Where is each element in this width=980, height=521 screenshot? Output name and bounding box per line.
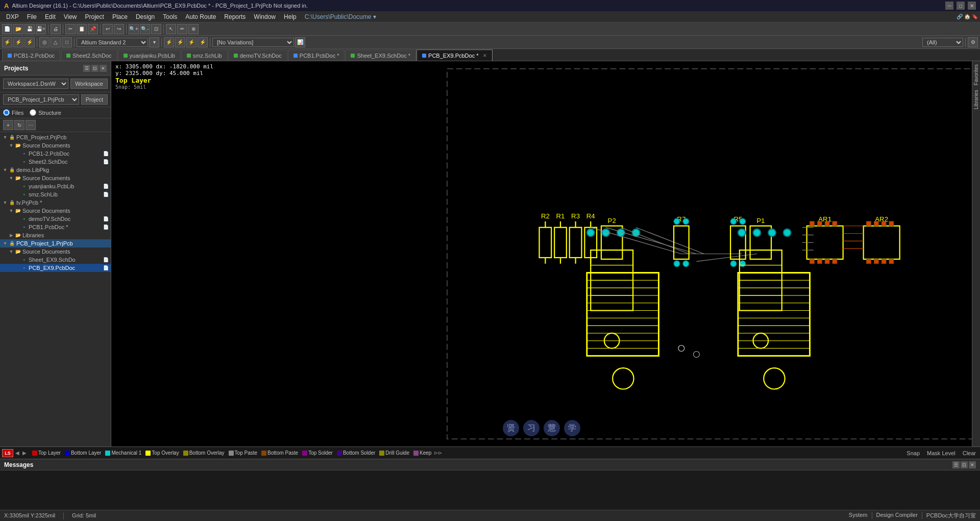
maximize-button[interactable]: □ <box>957 2 965 10</box>
layer-bottom[interactable]: Bottom Layer <box>63 450 103 456</box>
tb-undo[interactable]: ↩ <box>103 24 113 34</box>
files-radio-group[interactable]: Files <box>3 109 23 116</box>
tree-sourcedocs4[interactable]: ▼ 📂 Source Documents <box>0 247 111 256</box>
messages-float-button[interactable]: ⊡ <box>961 461 968 468</box>
right-tab-favorites[interactable]: Favorites <box>973 62 979 87</box>
layer-scroll-left[interactable]: ◀ <box>14 450 20 456</box>
menu-autoroute[interactable]: Auto Route <box>181 12 220 21</box>
tb-redo[interactable]: ↪ <box>114 24 124 34</box>
tb-component[interactable]: ⊕ <box>188 24 199 34</box>
menu-dxp[interactable]: DXP <box>2 12 23 21</box>
tb2-btn10[interactable]: ⚡ <box>198 37 208 47</box>
tb-paste[interactable]: 📌 <box>88 24 98 34</box>
tab-smz[interactable]: smz.SchLib <box>181 49 228 61</box>
layer-bottom-paste[interactable]: Bottom Paste <box>260 450 300 456</box>
panel-menu-button[interactable]: ☰ <box>83 65 90 72</box>
snap-button[interactable]: Snap <box>904 449 922 457</box>
tb2-btn4[interactable]: ◎ <box>39 37 50 47</box>
menu-project[interactable]: Project <box>81 12 108 21</box>
tb2-btn6[interactable]: □ <box>62 37 72 47</box>
tab-sheet2[interactable]: Sheet2.SchDoc <box>61 49 117 61</box>
menu-file[interactable]: File <box>23 12 41 21</box>
tree-pcb-ex9[interactable]: ▶ ▪ PCB_EX9.PcbDoc 📄 <box>0 264 111 272</box>
tb2-btn7[interactable]: ⚡ <box>164 37 174 47</box>
minimize-button[interactable]: ─ <box>945 2 953 10</box>
tree-sourcedocs1[interactable]: ▼ 📂 Source Documents <box>0 141 111 150</box>
messages-close-button[interactable]: ✕ <box>969 461 976 468</box>
tb2-btn1[interactable]: ⚡ <box>2 37 12 47</box>
menu-place[interactable]: Place <box>108 12 132 21</box>
tb-copy[interactable]: 📋 <box>77 24 87 34</box>
tab-pcb-ex9[interactable]: PCB_EX9.PcbDoc * ✕ <box>416 49 492 61</box>
layer-bottom-solder[interactable]: Bottom Solder <box>335 450 377 456</box>
all-select[interactable]: (All) <box>922 38 963 47</box>
layer-scroll-right[interactable]: ▶ <box>21 450 28 456</box>
panel-refresh-button[interactable]: ↻ <box>14 120 24 130</box>
tb2-btn9[interactable]: ⚡ <box>186 37 197 47</box>
panel-close-button[interactable]: ✕ <box>100 65 107 72</box>
tb-zoom-in[interactable]: 🔍+ <box>129 24 139 34</box>
workspace-dropdown[interactable]: Workspace1.DsnW <box>3 79 68 89</box>
tb-saveall[interactable]: 💾+ <box>36 24 46 34</box>
menu-design[interactable]: Design <box>132 12 159 21</box>
tb2-btn8[interactable]: ⚡ <box>175 37 185 47</box>
tb2-btn5[interactable]: △ <box>51 37 61 47</box>
tab-yuanjianku[interactable]: yuanjianku.PcbLib <box>118 49 181 61</box>
clear-button[interactable]: Clear <box>961 449 978 457</box>
menu-tools[interactable]: Tools <box>159 12 181 21</box>
structure-radio[interactable] <box>30 109 36 116</box>
tb-wire[interactable]: ✏ <box>177 24 187 34</box>
menu-window[interactable]: Window <box>250 12 280 21</box>
layer-bottom-overlay[interactable]: Bottom Overlay <box>182 450 226 456</box>
tree-sheet2[interactable]: ▶ ▪ Sheet2.SchDoc 📄 <box>0 158 111 166</box>
menu-view[interactable]: View <box>60 12 81 21</box>
layer-top-solder[interactable]: Top Solder <box>301 450 334 456</box>
tb-save[interactable]: 💾 <box>24 24 35 34</box>
layer-top-paste[interactable]: Top Paste <box>227 450 259 456</box>
variation-select[interactable]: [No Variations] <box>212 38 294 47</box>
tb-open[interactable]: 📂 <box>13 24 23 34</box>
tb2-last[interactable]: ⚙ <box>968 37 978 47</box>
layer-keep[interactable]: Keep <box>412 450 433 456</box>
layer-drill-guide[interactable]: Drill Guide <box>378 450 411 456</box>
workspace-button[interactable]: Workspace <box>70 79 108 89</box>
tree-yuanjianku[interactable]: ▶ ▪ yuanjianku.PcbLib 📄 <box>0 182 111 190</box>
layer-mech1[interactable]: Mechanical 1 <box>104 450 143 456</box>
tb-print[interactable]: 🖨 <box>51 24 61 34</box>
tab-sheet-ex9[interactable]: Sheet_EX9.SchDoc * <box>345 49 416 61</box>
tree-pcb1[interactable]: ▶ ▪ PCB1.PcbDoc * 📄 <box>0 223 111 231</box>
tree-sheet-ex9[interactable]: ▶ ▪ Sheet_EX9.SchDo 📄 <box>0 256 111 264</box>
tb-select[interactable]: ↖ <box>166 24 176 34</box>
variation-icon[interactable]: 📊 <box>295 37 305 47</box>
tb-zoom-out[interactable]: 🔍- <box>140 24 150 34</box>
tree-smz[interactable]: ▶ ▪ smz.SchLib 📄 <box>0 190 111 199</box>
menu-path[interactable]: C:\Users\Public\Docume ▾ <box>301 12 380 21</box>
panel-add-button[interactable]: + <box>3 120 13 130</box>
layer-top-overlay[interactable]: Top Overlay <box>144 450 180 456</box>
structure-radio-group[interactable]: Structure <box>30 109 61 116</box>
close-button[interactable]: ✕ <box>968 2 976 10</box>
tree-sourcedocs3[interactable]: ▼ 📂 Source Documents <box>0 207 111 215</box>
files-radio[interactable] <box>3 109 10 116</box>
right-tab-libraries[interactable]: Libraries <box>973 88 979 111</box>
tab-pcb1-2[interactable]: PCB1-2.PcbDoc <box>2 49 60 61</box>
tb2-btn2[interactable]: ⚡ <box>13 37 23 47</box>
panel-float-button[interactable]: ⊡ <box>91 65 99 72</box>
menu-help[interactable]: Help <box>280 12 301 21</box>
scheme-dropdown[interactable]: ▾ <box>149 37 159 47</box>
pcb-canvas-area[interactable]: x: 3305.000 dx: -1820.000 mil y: 2325.00… <box>111 61 972 446</box>
tree-demotv[interactable]: ▶ ▪ demoTV.SchDoc 📄 <box>0 215 111 223</box>
layer-top[interactable]: Top Layer <box>31 450 62 456</box>
tree-demolibpkg[interactable]: ▼ 🔒 demo.LibPkg <box>0 166 111 174</box>
panel-more-button[interactable]: ⋯ <box>26 120 36 130</box>
tree-pcbproject[interactable]: ▼ 🔒 PCB_Project.PrjPcb <box>0 133 111 141</box>
tb2-btn3[interactable]: ⚡ <box>24 37 35 47</box>
messages-menu-button[interactable]: ☰ <box>952 461 960 468</box>
tree-libraries[interactable]: ▶ 📂 Libraries <box>0 231 111 239</box>
tb-fit[interactable]: ⊡ <box>151 24 161 34</box>
tab-close-pcb-ex9[interactable]: ✕ <box>483 53 487 58</box>
project-button[interactable]: Project <box>81 94 108 105</box>
tree-pcbproject1[interactable]: ▼ 🔒 PCB_Project_1.PrjPcb <box>0 239 111 247</box>
tab-pcb1[interactable]: PCB1.PcbDoc * <box>288 49 345 61</box>
mask-level-button[interactable]: Mask Level <box>925 449 958 457</box>
